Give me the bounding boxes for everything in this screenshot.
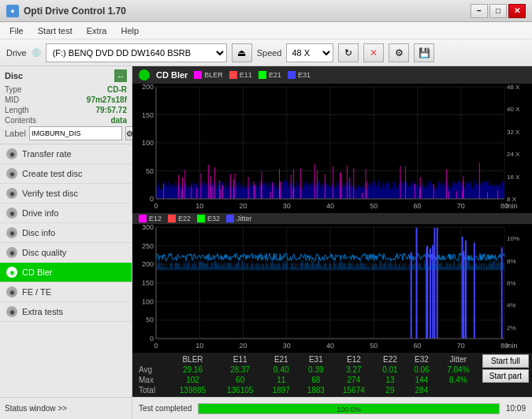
data-table: BLER E11 E21 E31 E12 E22 E32 Jitter: [136, 354, 479, 395]
speed-label: Speed: [257, 48, 282, 58]
max-e32: 144: [406, 375, 437, 385]
sidebar-item-disc-quality[interactable]: ◉ Disc quality: [0, 243, 132, 263]
col-header-e12: E12: [333, 354, 374, 365]
menu-file[interactable]: File: [3, 24, 30, 37]
toolbar: Drive 💿 (F:) BENQ DVD DD DW1640 BSRB ⏏ S…: [0, 39, 532, 66]
transfer-rate-label: Transfer rate: [22, 149, 72, 159]
sidebar-item-extra-tests[interactable]: ◉ Extra tests: [0, 302, 132, 322]
verify-test-label: Verify test disc: [22, 189, 78, 198]
legend-bler-label: BLER: [204, 71, 223, 79]
legend-e22-label: E22: [178, 215, 191, 223]
main-content: Disc ↔ Type CD-R MID 97m27s18f Length 79…: [0, 66, 532, 397]
save-button[interactable]: 💾: [414, 43, 434, 62]
erase-button[interactable]: ✕: [363, 43, 384, 62]
progress-label: 100.0%: [199, 404, 499, 415]
create-test-icon: ◉: [6, 168, 17, 179]
col-header-e22: E22: [374, 354, 406, 365]
sidebar-menu: ◉ Transfer rate ◉ Create test disc ◉ Ver…: [0, 144, 132, 397]
avg-bler: 29.16: [169, 365, 216, 375]
legend-e11: E11: [229, 71, 252, 79]
type-val: CD-R: [107, 85, 127, 94]
eject-button[interactable]: ⏏: [232, 43, 252, 62]
charts-area: E12 E22 E32 Jitter: [132, 84, 532, 397]
drive-select[interactable]: (F:) BENQ DVD DD DW1640 BSRB: [46, 43, 227, 62]
table-row-avg: Avg 29.16 28.37 0.40 0.39 3.27 0.01 0.06…: [136, 365, 479, 375]
speed-select[interactable]: 48 X: [286, 43, 333, 62]
legend-e11-label: E11: [240, 71, 252, 79]
col-header-e11: E11: [217, 354, 264, 365]
cd-bler-icon: ◉: [6, 267, 17, 278]
avg-e12: 3.27: [333, 365, 374, 375]
disc-info-icon: ◉: [6, 227, 17, 238]
total-e22: 29: [374, 385, 406, 395]
status-right: Test completed 100.0% 10:09: [132, 403, 532, 414]
sidebar-item-fe-te[interactable]: ◉ FE / TE: [0, 282, 132, 302]
app-icon: ●: [6, 5, 19, 17]
legend-e32: E32: [197, 215, 220, 223]
sidebar-item-transfer-rate[interactable]: ◉ Transfer rate: [0, 144, 132, 164]
sidebar-item-verify-test-disc[interactable]: ◉ Verify test disc: [0, 184, 132, 204]
start-full-button[interactable]: Start full: [482, 354, 529, 368]
table-row-max: Max 102 60 11 68 274 13 144 8.4%: [136, 375, 479, 385]
jitter-chart: [132, 224, 532, 354]
app-title: Opti Drive Control 1.70: [24, 6, 126, 17]
sidebar-item-disc-info[interactable]: ◉ Disc info: [0, 223, 132, 243]
chart-title-icon: [139, 69, 150, 80]
legend-e32-color: [197, 215, 205, 223]
max-jitter: 8.4%: [437, 375, 479, 385]
menu-extra[interactable]: Extra: [80, 24, 113, 37]
menu-help[interactable]: Help: [114, 24, 145, 37]
legend-bler: BLER: [194, 71, 223, 79]
col-header-bler: BLER: [169, 354, 216, 365]
menu-starttest[interactable]: Start test: [32, 24, 79, 37]
max-bler: 102: [169, 375, 216, 385]
sidebar-item-create-test-disc[interactable]: ◉ Create test disc: [0, 164, 132, 184]
type-key: Type: [5, 85, 22, 94]
drive-icon: 💿: [32, 48, 41, 57]
col-header-e31: E31: [299, 354, 333, 365]
close-button[interactable]: ✕: [508, 4, 526, 18]
length-val: 79:57.72: [96, 106, 127, 114]
disc-refresh-button[interactable]: ↔: [114, 69, 127, 82]
label-key: Label: [5, 129, 26, 138]
legend-e22: E22: [168, 215, 191, 223]
chart-title: CD Bler: [156, 70, 188, 80]
title-bar: ● Opti Drive Control 1.70 − □ ✕: [0, 0, 532, 22]
total-label: Total: [136, 385, 169, 395]
right-panel: CD Bler BLER E11 E21 E31: [132, 66, 532, 397]
sidebar-item-drive-info[interactable]: ◉ Drive info: [0, 204, 132, 223]
status-window-label: Status window >>: [5, 404, 67, 413]
refresh-button[interactable]: ↻: [338, 43, 359, 62]
status-bar: Status window >> Test completed 100.0% 1…: [0, 397, 532, 419]
progress-bar-container: 100.0%: [198, 403, 500, 414]
cd-bler-label: CD Bler: [22, 267, 53, 277]
avg-jitter: 7.04%: [437, 365, 479, 375]
start-part-button[interactable]: Start part: [482, 369, 529, 383]
disc-quality-icon: ◉: [6, 247, 17, 258]
max-e31: 68: [299, 375, 333, 385]
drive-info-label: Drive info: [22, 208, 58, 218]
contents-val: data: [110, 116, 127, 125]
verify-test-icon: ◉: [6, 188, 17, 199]
col-header-e32: E32: [406, 354, 437, 365]
data-table-area: BLER E11 E21 E31 E12 E22 E32 Jitter: [132, 353, 532, 397]
contents-key: Contents: [5, 116, 36, 125]
sidebar-item-cd-bler[interactable]: ◉ CD Bler: [0, 263, 132, 282]
settings-button[interactable]: ⚙: [389, 43, 409, 62]
total-e12: 15674: [333, 385, 374, 395]
disc-quality-label: Disc quality: [22, 248, 66, 257]
mid-val: 97m27s18f: [87, 95, 127, 104]
maximize-button[interactable]: □: [489, 4, 507, 18]
legend-e32-label: E32: [207, 215, 220, 223]
col-header-e21: E21: [264, 354, 299, 365]
col-header-empty: [136, 354, 169, 365]
status-window-button[interactable]: Status window >>: [0, 398, 132, 419]
legend-e12-color: [139, 215, 147, 223]
create-test-label: Create test disc: [22, 169, 82, 178]
label-input[interactable]: [29, 126, 122, 140]
legend-bler-color: [194, 71, 202, 79]
status-time: 10:09: [506, 404, 526, 413]
total-e21: 1897: [264, 385, 299, 395]
total-jitter: [437, 385, 479, 395]
minimize-button[interactable]: −: [471, 4, 488, 18]
